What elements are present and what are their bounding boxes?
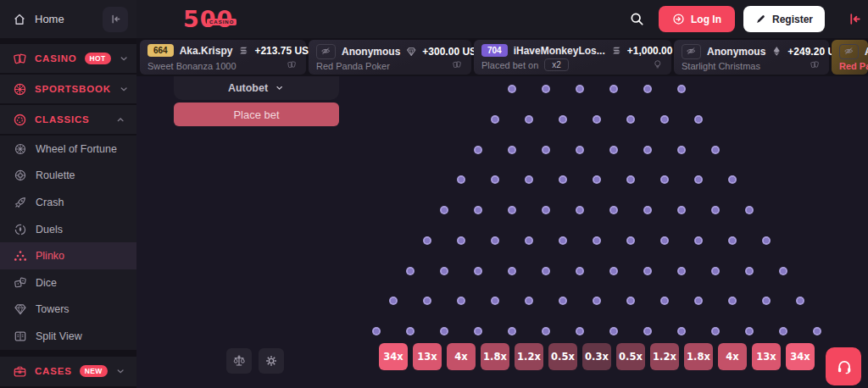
place-bet-button[interactable]: Place bet [174, 103, 339, 126]
anonymous-eye-off-icon [682, 44, 701, 59]
plinko-peg [745, 267, 754, 275]
login-button[interactable]: Log In [659, 6, 735, 32]
bet-mode-label: Autobet [228, 82, 268, 94]
sidebar-item-towers[interactable]: Towers [0, 297, 136, 324]
multiplier-bucket[interactable]: 13x [413, 343, 442, 370]
bet-mode-dropdown[interactable]: Autobet [174, 76, 339, 100]
roulette-icon [14, 169, 27, 182]
multiplier-bucket[interactable]: 13x [752, 343, 781, 370]
sidebar-item-roulette[interactable]: Roulette [0, 163, 136, 190]
sidebar-item-label: Split View [36, 330, 82, 342]
fairness-button[interactable] [226, 348, 252, 374]
ticker-item[interactable]: A Red Pan [832, 40, 868, 75]
plinko-peg [626, 236, 635, 245]
plinko-peg [609, 267, 618, 275]
plinko-peg [813, 327, 821, 335]
settings-button[interactable] [259, 348, 284, 374]
logo-subtext: CASINO [207, 19, 236, 25]
multiplier-bucket[interactable]: 1.8x [481, 343, 509, 370]
ticker-item-bottom-row: Starlight Christmas [682, 60, 821, 71]
win-amount: +213.75 USD [238, 45, 315, 57]
plinko-peg [745, 206, 754, 214]
sidebar-category-casino[interactable]: CASINO HOT [0, 44, 136, 73]
anonymous-eye-off-icon [839, 44, 859, 59]
plinko-peg [694, 297, 703, 305]
ticker-item[interactable]: 704 iHaveMonkeyLos... +1,000.00 USD Plac… [474, 40, 671, 75]
multiplier-bucket[interactable]: 1.2x [515, 343, 543, 370]
place-bet-label: Place bet [233, 108, 279, 121]
plinko-peg [457, 236, 465, 245]
home-link[interactable]: Home [35, 13, 64, 25]
slot-cards-icon [287, 60, 298, 71]
plinko-peg [457, 175, 465, 184]
plinko-peg [660, 297, 669, 305]
multiplier-bucket[interactable]: 34x [379, 343, 408, 370]
plinko-peg [423, 297, 431, 305]
sidebar-category-classics[interactable]: CLASSICS [0, 105, 136, 134]
multiplier-bucket[interactable]: 0.3x [582, 343, 611, 370]
ticker-item-top-row: 704 iHaveMonkeyLos... +1,000.00 USD [481, 44, 664, 57]
sidebar-category-sportsbook[interactable]: SPORTSBOOK [0, 75, 136, 103]
login-icon [672, 13, 685, 25]
plinko-peg [694, 115, 703, 124]
sidebar-item-wheel-of-fortune[interactable]: Wheel of Fortune [0, 136, 136, 163]
plinko-peg [677, 206, 686, 214]
bettor-name: Aka.Krispy [180, 45, 233, 57]
ticker-item[interactable]: Anonymous +249.20 USD Starlight Christma… [674, 40, 829, 75]
plinko-peg [609, 146, 618, 154]
multiplier-bucket[interactable]: 34x [786, 343, 815, 370]
headset-icon [836, 358, 852, 374]
anonymous-eye-off-icon [316, 44, 336, 59]
search-icon[interactable] [625, 7, 650, 32]
plinko-peg [542, 267, 550, 275]
brand-logo[interactable]: 500 CASINO [183, 0, 233, 38]
plinko-peg [576, 85, 584, 93]
sidebar-item-label: Plinko [36, 250, 64, 262]
multiplier-bucket[interactable]: 0.5x [616, 343, 645, 370]
plinko-peg [406, 327, 415, 335]
multiplier-bucket[interactable]: 4x [447, 343, 476, 370]
multiplier-bucket[interactable]: 1.8x [684, 343, 713, 370]
sidebar-item-crash[interactable]: Crash [0, 189, 136, 216]
support-button[interactable] [826, 347, 861, 385]
plinko-peg [508, 85, 516, 93]
plinko-peg [576, 206, 584, 214]
plinko-peg [762, 236, 771, 245]
multiplier-bucket[interactable]: 4x [718, 343, 747, 370]
plinko-peg [643, 267, 652, 275]
game-name: Red Pan [839, 61, 868, 71]
plinko-peg [542, 146, 550, 154]
chat-collapse-icon[interactable] [847, 11, 863, 27]
bulb-icon [653, 59, 664, 70]
sidebar-collapse-button[interactable] [103, 7, 128, 32]
plinko-peg [643, 146, 652, 154]
plinko-peg [491, 297, 499, 305]
plinko-peg [626, 297, 635, 305]
sidebar-item-split-view[interactable]: Split View [0, 323, 136, 350]
sidebar-category-cases[interactable]: CASES NEW [0, 357, 136, 386]
sidebar-item-dice[interactable]: Dice [0, 269, 136, 297]
category-badge: NEW [80, 365, 108, 377]
ticker-item[interactable]: 664 Aka.Krispy +213.75 USD Sweet Bonanza… [140, 40, 306, 75]
plinko-peg [508, 146, 516, 154]
plinko-peg [677, 327, 686, 335]
chevron-up-icon [115, 114, 126, 125]
register-button[interactable]: Register [743, 6, 825, 32]
plinko-peg [677, 267, 686, 275]
ticker-item[interactable]: Anonymous +300.00 USD Red Panda Poker [309, 40, 471, 75]
sidebar-item-plinko[interactable]: Plinko [0, 242, 136, 269]
plinko-peg [576, 327, 584, 335]
plinko-peg [491, 175, 499, 184]
multiplier-bucket[interactable]: 1.2x [650, 343, 679, 370]
briefcase-icon [13, 364, 27, 379]
plinko-peg [474, 327, 482, 335]
slot-cards-icon [810, 60, 821, 71]
plinko-peg [728, 297, 737, 305]
plinko-peg [711, 146, 720, 154]
home-icon[interactable] [13, 13, 26, 26]
multiplier-bucket[interactable]: 0.5x [548, 343, 577, 370]
sidebar-item-duels[interactable]: Duels [0, 216, 136, 243]
category-label: SPORTSBOOK [35, 84, 111, 94]
plinko-game-area: Autobet Place bet 34x13x4x1.8x1.2x0.5x0.… [136, 76, 868, 388]
ticker-item-top-row: 664 Aka.Krispy +213.75 USD [147, 44, 298, 57]
